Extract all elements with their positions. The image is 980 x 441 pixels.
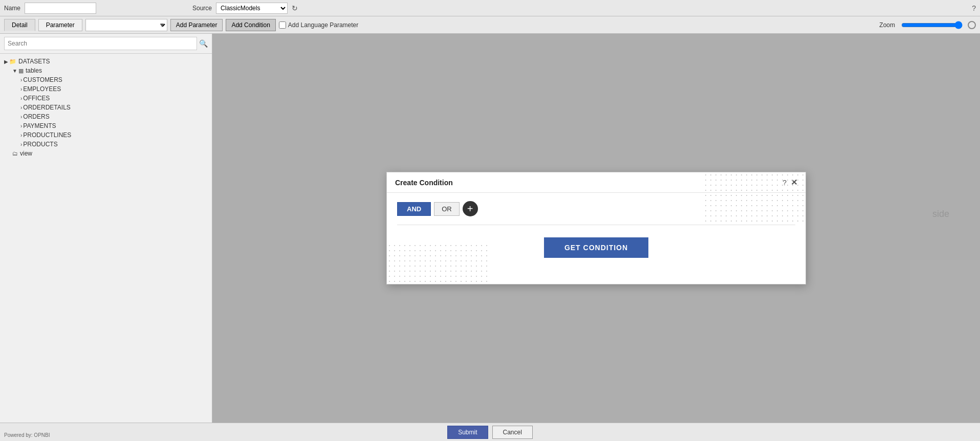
main-area: 🔍 ▶ 📁 DATASETS ▼ ▦ tables › CUSTOMERS › [0,34,980,423]
content-area: side Create Condition ? ✕ AND [212,34,980,423]
powered-by-text: Powered by: OPNBI [4,432,50,438]
tree-item-products[interactable]: › PRODUCTS [4,140,208,149]
tree-item-orders[interactable]: › ORDERS [4,112,208,121]
payments-label: PAYMENTS [23,122,56,129]
offices-label: OFFICES [23,95,50,102]
view-label: view [20,150,32,157]
refresh-icon[interactable]: ↻ [292,4,298,12]
zoom-slider[interactable] [901,21,963,29]
modal-header: Create Condition ? ✕ [387,172,805,193]
parameter-tab[interactable]: Parameter [38,19,82,31]
top-toolbar: Name Source ClassicModels ↻ ? [0,0,980,16]
submit-button[interactable]: Submit [447,426,488,439]
productlines-arrow-icon: › [20,133,22,138]
detail-tab[interactable]: Detail [4,19,35,31]
modal-body: AND OR + GET CONDITION [387,193,805,270]
tree-container: ▶ 📁 DATASETS ▼ ▦ tables › CUSTOMERS › EM… [0,54,212,423]
add-condition-circle-button[interactable]: + [463,201,478,216]
modal-help-button[interactable]: ? [782,179,787,187]
datasets-arrow-icon: ▶ [4,59,8,64]
tables-label: tables [26,67,42,74]
modal-overlay: Create Condition ? ✕ AND OR + GE [212,34,980,423]
modal-separator [397,225,795,225]
modal-header-icons: ? ✕ [782,178,797,187]
datasets-label: DATASETS [18,58,50,65]
get-condition-area: GET CONDITION [397,237,795,258]
search-icon[interactable]: 🔍 [199,39,208,48]
orderdetails-arrow-icon: › [20,105,22,111]
tree-item-view[interactable]: 🗂 view [4,149,208,158]
modal-dialog: Create Condition ? ✕ AND OR + GE [386,172,806,284]
customers-label: CUSTOMERS [23,76,62,83]
tab-dropdown-wrapper: ▼ [85,19,167,31]
add-language-param-label: Add Language Parameter [279,21,358,29]
modal-title: Create Condition [395,179,453,187]
orderdetails-label: ORDERDETAILS [23,104,70,111]
tree-item-payments[interactable]: › PAYMENTS [4,121,208,130]
help-icon[interactable]: ? [972,4,976,12]
tree-item-customers[interactable]: › CUSTOMERS [4,75,208,84]
tree-item-tables[interactable]: ▼ ▦ tables [4,66,208,75]
tree-item-orderdetails[interactable]: › ORDERDETAILS [4,103,208,112]
search-input[interactable] [4,37,197,50]
source-dropdown-wrapper: ClassicModels [216,3,288,14]
get-condition-button[interactable]: GET CONDITION [544,237,648,258]
tables-icon: ▦ [18,68,24,74]
datasets-folder-icon: 📁 [9,58,16,65]
name-input[interactable] [25,3,96,14]
source-select[interactable]: ClassicModels [216,3,288,14]
language-param-text: Add Language Parameter [288,21,358,29]
condition-row: AND OR + [397,201,795,216]
name-label: Name [4,5,20,12]
search-bar: 🔍 [0,34,212,54]
products-label: PRODUCTS [23,141,57,148]
language-param-checkbox[interactable] [279,21,286,29]
tree-item-employees[interactable]: › EMPLOYEES [4,84,208,94]
tab-dropdown[interactable] [85,19,167,31]
zoom-circle-icon [968,21,976,29]
tree-item-offices[interactable]: › OFFICES [4,94,208,103]
customers-arrow-icon: › [20,77,22,83]
orders-label: ORDERS [23,113,49,120]
bottom-bar: Submit Cancel [0,423,980,441]
employees-label: EMPLOYEES [23,85,61,93]
zoom-label: Zoom [879,21,895,29]
add-parameter-button[interactable]: Add Parameter [170,19,223,31]
second-toolbar: Detail Parameter ▼ Add Parameter Add Con… [0,16,980,34]
sidebar: 🔍 ▶ 📁 DATASETS ▼ ▦ tables › CUSTOMERS › [0,34,212,423]
tree-item-datasets[interactable]: ▶ 📁 DATASETS [4,57,208,66]
orders-arrow-icon: › [20,114,22,120]
or-button[interactable]: OR [434,202,460,216]
offices-arrow-icon: › [20,96,22,101]
tree-item-productlines[interactable]: › PRODUCTLINES [4,130,208,140]
add-condition-button[interactable]: Add Condition [226,19,275,31]
productlines-label: PRODUCTLINES [23,131,71,139]
employees-arrow-icon: › [20,86,22,92]
tables-arrow-icon: ▼ [12,68,17,74]
payments-arrow-icon: › [20,123,22,129]
products-arrow-icon: › [20,142,22,147]
cancel-button[interactable]: Cancel [492,426,533,439]
modal-close-button[interactable]: ✕ [791,178,797,187]
and-button[interactable]: AND [397,202,431,216]
source-label: Source [192,5,212,12]
view-icon: 🗂 [12,150,18,157]
